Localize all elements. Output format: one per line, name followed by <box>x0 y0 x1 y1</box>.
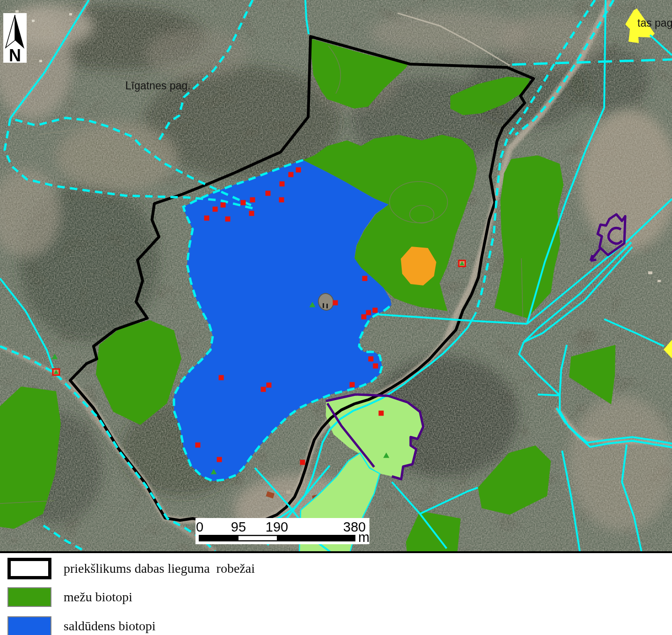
legend-label-forest: mežu biotopi <box>64 590 132 605</box>
red-square-marker <box>250 197 255 203</box>
red-square-marker <box>241 200 246 205</box>
red-square-marker <box>266 191 271 196</box>
legend-swatch-forest <box>7 587 51 607</box>
scale-unit: m <box>358 530 369 545</box>
red-square-marker <box>217 457 222 462</box>
red-square-marker <box>261 387 266 392</box>
red-square-marker <box>204 216 210 221</box>
red-square-marker <box>366 310 371 315</box>
red-square-marker <box>280 182 285 187</box>
red-square-marker <box>219 375 224 380</box>
red-square-marker <box>333 300 338 306</box>
red-square-marker <box>225 217 231 222</box>
red-square-marker <box>350 382 355 387</box>
red-square-marker <box>300 460 305 465</box>
red-square-marker <box>249 211 254 216</box>
scale-bar-black <box>199 535 355 541</box>
red-square-marker <box>362 276 368 281</box>
legend: priekšlikums dabas lieguma robežai mežu … <box>0 553 672 635</box>
region-label-right: tas pag. <box>637 17 672 29</box>
red-square-marker <box>289 172 294 177</box>
scale-bar: 0 95 190 380 m <box>195 518 369 545</box>
legend-item-boundary: priekšlikums dabas lieguma robežai <box>7 558 255 579</box>
region-label-ligatnes: Līgatnes pag. <box>125 80 190 92</box>
legend-item-freshwater: saldūdens biotopi <box>7 616 156 635</box>
legend-item-forest: mežu biotopi <box>7 587 132 607</box>
red-square-marker <box>221 203 226 208</box>
north-label: N <box>9 46 21 65</box>
red-square-marker <box>213 207 218 212</box>
legend-label-freshwater: saldūdens biotopi <box>64 619 156 634</box>
map-document: Līgatnes pag. tas pag. N 0 95 190 380 m … <box>0 0 672 635</box>
red-square-marker <box>379 411 384 416</box>
red-square-marker <box>195 443 201 448</box>
scale-bar-white-segment <box>238 536 277 540</box>
scale-tick-190: 190 <box>266 519 288 534</box>
legend-label-boundary: priekšlikums dabas lieguma robežai <box>64 561 255 576</box>
map-canvas: Līgatnes pag. tas pag. N 0 95 190 380 m <box>0 0 672 553</box>
legend-swatch-freshwater <box>7 616 51 635</box>
red-square-marker <box>279 197 284 203</box>
scale-tick-0: 0 <box>196 519 203 534</box>
red-square-marker <box>267 383 272 388</box>
red-square-marker <box>361 314 367 320</box>
north-arrow: N <box>3 13 27 65</box>
red-square-marker <box>373 364 378 369</box>
scale-tick-95: 95 <box>231 519 246 534</box>
red-square-marker <box>373 308 378 313</box>
red-square-marker <box>296 168 301 173</box>
red-square-marker <box>369 357 374 362</box>
legend-swatch-boundary <box>7 558 51 579</box>
